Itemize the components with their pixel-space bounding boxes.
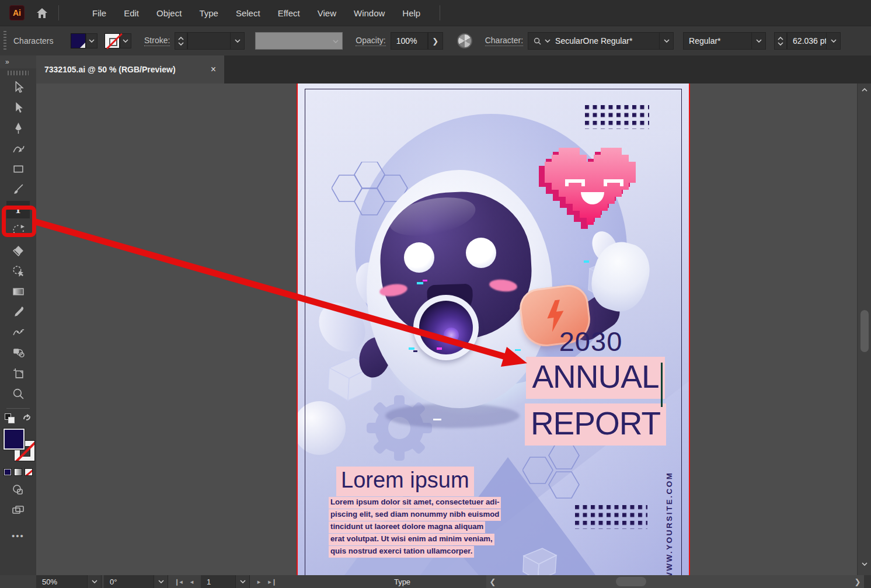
- blend-tool[interactable]: [6, 344, 30, 361]
- font-style-field[interactable]: Regular*: [683, 32, 752, 50]
- tools-panel-grip[interactable]: [8, 71, 29, 75]
- panel-grip[interactable]: [4, 31, 6, 51]
- next-artboard-icon[interactable]: ▸: [252, 575, 266, 588]
- close-tab-icon[interactable]: ×: [211, 64, 216, 75]
- body-line: piscing elit, sed diam nonummy nibh euis…: [329, 509, 501, 521]
- character-label[interactable]: Character:: [485, 36, 523, 46]
- gradient-button[interactable]: [14, 468, 22, 476]
- vertical-scroll-thumb[interactable]: [860, 310, 869, 352]
- poster-body-text[interactable]: Lorem ipsum dolor sit amet, consectetuer…: [329, 496, 510, 558]
- artboard-number-dropdown[interactable]: [236, 575, 250, 588]
- menu-item-effect[interactable]: Effect: [269, 5, 309, 22]
- zoom-tool[interactable]: [6, 385, 30, 402]
- stroke-label[interactable]: Stroke:: [144, 36, 170, 46]
- edit-toolbar-icon[interactable]: •••: [12, 531, 25, 541]
- menu-divider: [440, 5, 440, 20]
- font-search-icon: [534, 37, 541, 45]
- menu-items: File Edit Object Type Select Effect View…: [83, 5, 429, 22]
- rectangle-tool[interactable]: [6, 160, 30, 178]
- artboard-number-field[interactable]: 1: [201, 575, 236, 588]
- scroll-left-icon[interactable]: ❮: [486, 575, 499, 588]
- stroke-weight-field[interactable]: [187, 32, 231, 50]
- previous-artboard-icon[interactable]: ◂: [185, 575, 198, 588]
- rotation-dropdown[interactable]: [154, 575, 168, 588]
- paintbrush-tool[interactable]: [6, 180, 30, 198]
- font-size-dropdown[interactable]: [827, 32, 841, 50]
- stroke-color-dropdown[interactable]: [120, 33, 131, 48]
- curvature-tool[interactable]: [6, 140, 30, 157]
- poster-heading[interactable]: Lorem ipsum: [336, 467, 474, 496]
- scroll-right-icon[interactable]: ❯: [851, 575, 864, 588]
- panel-label: Characters: [13, 36, 64, 46]
- font-size-field[interactable]: 62.036 pt: [787, 32, 827, 50]
- fill-color-swatch[interactable]: [71, 33, 86, 48]
- eyedropper-tool[interactable]: [6, 303, 30, 321]
- menu-item-select[interactable]: Select: [227, 5, 269, 22]
- fill-stroke-control: [2, 429, 34, 462]
- menu-item-window[interactable]: Window: [345, 5, 393, 22]
- menu-item-edit[interactable]: Edit: [115, 5, 148, 22]
- body-line: Lorem ipsum dolor sit amet, consectetuer…: [329, 497, 501, 509]
- artboard-tool[interactable]: [6, 364, 30, 382]
- poster-year-text[interactable]: 2030: [527, 325, 655, 357]
- menu-item-type[interactable]: Type: [190, 5, 227, 22]
- opacity-field[interactable]: 100%: [391, 32, 428, 50]
- poster-title[interactable]: ANNUAL REPORT: [514, 357, 677, 450]
- screen-mode-icon[interactable]: [12, 505, 24, 518]
- horizontal-scrollbar[interactable]: ❮ ❯: [486, 575, 864, 588]
- status-indicator: Type: [306, 575, 499, 588]
- font-family-field[interactable]: SecularOne Regular*: [528, 32, 660, 50]
- toolbar-collapse-button[interactable]: »: [0, 55, 36, 68]
- recolor-artwork-icon[interactable]: [457, 33, 472, 48]
- zoom-level-dropdown[interactable]: [88, 575, 102, 588]
- scroll-down-icon[interactable]: [862, 562, 867, 566]
- poster-title-line1[interactable]: ANNUAL: [526, 357, 664, 399]
- default-fill-stroke-icon[interactable]: [5, 413, 16, 424]
- canvas[interactable]: 2030 ANNUAL REPORT Lorem ipsum Lorem ips…: [36, 83, 857, 575]
- none-button[interactable]: [25, 468, 33, 476]
- fill-color-dropdown[interactable]: [86, 33, 97, 48]
- poster-website-text[interactable]: WWW.YOURSITE.COM: [665, 472, 674, 576]
- zoom-level-field[interactable]: 50%: [36, 575, 88, 588]
- document-tab[interactable]: 7332105.ai @ 50 % (RGB/Preview) ×: [36, 55, 224, 83]
- document-tab-title: 7332105.ai @ 50 % (RGB/Preview): [44, 65, 176, 74]
- font-size-stepper[interactable]: [774, 32, 787, 50]
- type-tool-highlight-box: [2, 206, 36, 237]
- vertical-scrollbar[interactable]: [857, 83, 871, 575]
- pen-tool[interactable]: [6, 119, 30, 137]
- stroke-weight-dropdown[interactable]: [231, 32, 245, 50]
- illustrator-logo-icon[interactable]: Ai: [9, 5, 25, 20]
- horizontal-scroll-thumb[interactable]: [616, 577, 646, 586]
- gradient-tool[interactable]: [6, 283, 30, 300]
- body-line: tincidunt ut laoreet dolore magna aliqua…: [329, 521, 485, 533]
- direct-selection-tool[interactable]: [6, 99, 30, 116]
- swap-fill-stroke-icon[interactable]: [22, 413, 32, 424]
- artboard-poster[interactable]: 2030 ANNUAL REPORT Lorem ipsum Lorem ips…: [298, 83, 689, 575]
- menu-item-view[interactable]: View: [309, 5, 345, 22]
- last-artboard-icon[interactable]: ▸❙: [266, 575, 279, 588]
- menu-item-file[interactable]: File: [83, 5, 115, 22]
- menu-item-object[interactable]: Object: [148, 5, 190, 22]
- first-artboard-icon[interactable]: ❙◂: [172, 575, 185, 588]
- home-icon[interactable]: [35, 6, 49, 20]
- poster-title-line2[interactable]: REPORT: [525, 403, 666, 446]
- rotation-field[interactable]: 0°: [104, 575, 154, 588]
- text-cursor: [661, 363, 663, 407]
- font-style-dropdown[interactable]: [752, 32, 766, 50]
- drawing-modes-icon[interactable]: [12, 484, 24, 497]
- menu-item-help[interactable]: Help: [393, 5, 429, 22]
- font-family-dropdown[interactable]: [660, 32, 674, 50]
- shape-builder-tool[interactable]: [6, 262, 30, 280]
- opacity-expand-button[interactable]: ❯: [428, 32, 443, 50]
- stroke-color-swatch[interactable]: [104, 33, 120, 48]
- menu-divider: [58, 5, 59, 20]
- eraser-tool[interactable]: [6, 242, 30, 259]
- control-bar: Characters Stroke: Opacity: 100% ❯ Chara…: [0, 26, 871, 55]
- fill-swatch[interactable]: [4, 429, 25, 450]
- color-button[interactable]: [4, 468, 12, 476]
- stroke-weight-stepper[interactable]: [175, 32, 187, 50]
- scroll-up-icon[interactable]: [862, 88, 867, 92]
- selection-tool[interactable]: [6, 78, 30, 96]
- opacity-label[interactable]: Opacity:: [356, 36, 385, 46]
- width-tool[interactable]: [6, 323, 30, 341]
